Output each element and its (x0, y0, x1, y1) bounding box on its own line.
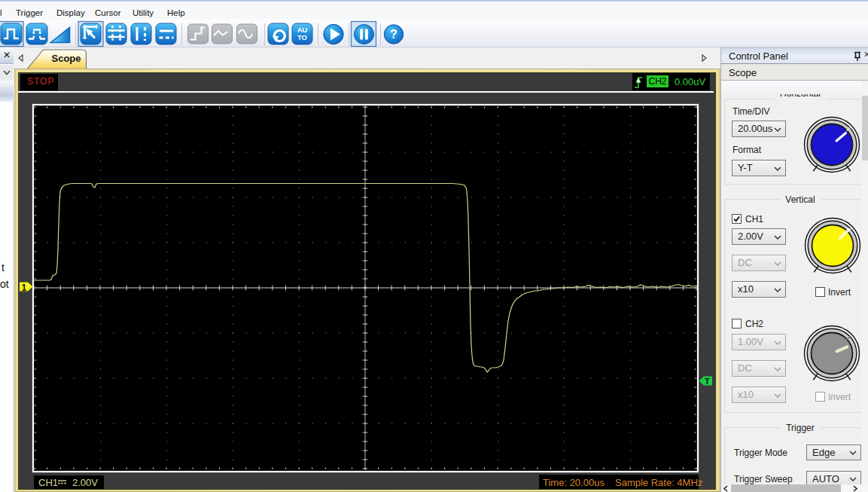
svg-text:?: ? (390, 28, 397, 41)
svg-text:T: T (705, 377, 710, 386)
svg-text:TO: TO (297, 33, 307, 41)
svg-text:1: 1 (22, 283, 27, 293)
